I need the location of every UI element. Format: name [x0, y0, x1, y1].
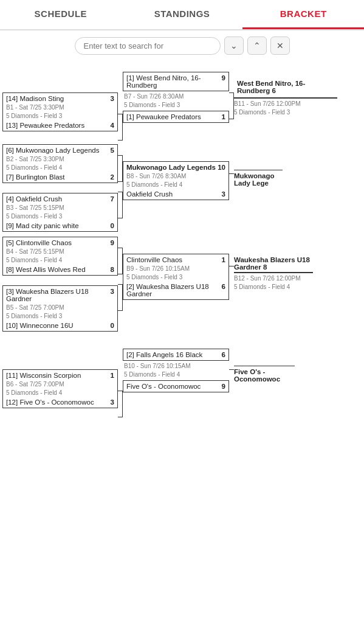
- match-b9: Clintonville Chaos 1 B9 - Sun 7/26 10:15…: [123, 254, 229, 300]
- b10-team2: Five O's - Oconomowoc 9: [123, 380, 229, 392]
- match-b8: Mukwonago Lady Legends 10 B8 - Sun 7/26 …: [123, 161, 229, 200]
- close-btn[interactable]: ✕: [270, 37, 290, 55]
- b1-score1: 3: [111, 95, 114, 102]
- search-bar: ⌄ ⌃ ✕: [0, 30, 364, 61]
- b1-info: B1 - Sat 7/25 3:30PM 5 Diamonds - Field …: [6, 103, 114, 120]
- tab-bar: SCHEDULE STANDINGS BRACKET: [0, 0, 364, 30]
- chevron-down-btn[interactable]: ⌄: [224, 37, 244, 55]
- tab-schedule[interactable]: SCHEDULE: [0, 0, 122, 29]
- bracket-container: [14] Madison Sting 3 B1 - Sat 7/25 3:30P…: [0, 61, 364, 417]
- chevron-up-btn[interactable]: ⌃: [247, 37, 267, 55]
- b7-team2: [1] Pewaukee Predators 1: [123, 111, 229, 123]
- match-b5: [3] Waukesha Blazers U18 Gardner 3 B5 - …: [2, 285, 118, 332]
- b10-team1: [2] Falls Angels 16 Black 6: [123, 349, 229, 361]
- match-b6: [11] Wisconsin Scorpion 1 B6 - Sat 7/25 …: [2, 369, 118, 408]
- tab-bracket[interactable]: BRACKET: [242, 0, 364, 29]
- b12-winner: Waukesha Blazers U18 Gardner 8: [234, 256, 313, 271]
- b1-score2: 4: [111, 122, 114, 129]
- match-b2: [6] Mukwonago Lady Legends 5 B2 - Sat 7/…: [2, 144, 118, 183]
- b1-team1: [14] Madison Sting: [6, 95, 111, 102]
- b7-top-seed: [1] West Bend Nitro, 16-Rundberg 9: [123, 72, 229, 91]
- b11-winner-label: West Bend Nitro, 16-Rundberg 6: [234, 78, 337, 96]
- match-b4: [5] Clintonville Chaos 9 B4 - Sat 7/25 5…: [2, 237, 118, 276]
- tab-standings[interactable]: STANDINGS: [122, 0, 243, 29]
- match-b1: [14] Madison Sting 3 B1 - Sat 7/25 3:30P…: [2, 92, 118, 131]
- b1-team2: [13] Pewaukee Predators: [6, 122, 111, 129]
- s2-r3-winner: Mukwonago Lady Lege: [234, 170, 283, 187]
- s4-final-winner: Five O's - Oconomowoc: [234, 366, 295, 383]
- search-input[interactable]: [75, 37, 221, 55]
- match-b3: [4] Oakfield Crush 7 B3 - Sat 7/25 5:15P…: [2, 193, 118, 232]
